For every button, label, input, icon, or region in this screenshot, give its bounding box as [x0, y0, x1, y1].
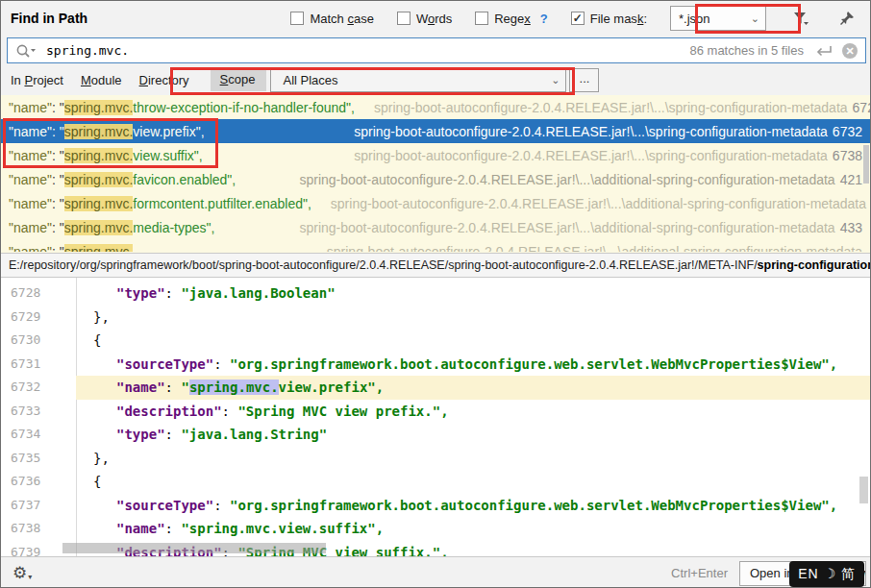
result-row[interactable]: "name": "spring.mvc.formcontent.putfilte…: [1, 191, 870, 215]
match-highlight: spring.mvc.: [64, 148, 134, 163]
chevron-down-icon: ⌄: [751, 12, 759, 25]
line-number: 6739: [11, 541, 66, 557]
code-line: 6731 "sourceType": "org.springframework.…: [1, 353, 870, 377]
result-row-selected[interactable]: "name": "spring.mvc.view.prefix", spring…: [1, 119, 870, 143]
file-mask-value: *.json: [679, 12, 710, 26]
result-row[interactable]: "name": "spring.mvc.throw-exception-if-n…: [1, 95, 870, 119]
result-row[interactable]: "name": "spring.mvc.view.suffix", spring…: [1, 143, 870, 167]
match-case-label: Match case: [310, 12, 373, 26]
match-highlight: spring.mvc.: [64, 196, 134, 211]
match-highlight: spring.mvc.: [64, 100, 134, 115]
chevron-down-icon: ▾: [28, 573, 32, 581]
result-line-number: 6726: [853, 100, 870, 115]
results-scrollbar[interactable]: [863, 145, 869, 184]
code-line: 6733 "description": "Spring MVC view pre…: [1, 400, 870, 424]
result-file-path: spring-boot-autoconfigure-2.0.4.RELEASE.…: [335, 124, 828, 139]
search-input[interactable]: spring.mvc. 86 matches in 5 files ✕: [7, 37, 866, 63]
dialog-title: Find in Path: [11, 11, 87, 26]
regex-label: Regex: [494, 12, 531, 26]
result-row[interactable]: "name" : "spring.mvc.media-types", sprin…: [1, 215, 870, 239]
find-in-path-dialog: Find in Path Match case Words Regex ? ✓ …: [0, 0, 871, 588]
line-number: 6737: [11, 494, 66, 518]
match-highlight: spring.mvc.: [64, 244, 134, 253]
code-line: 6735 },: [1, 447, 870, 471]
file-mask-select[interactable]: *.json ⌄: [670, 6, 766, 31]
checkbox-icon[interactable]: [475, 12, 488, 25]
search-icon[interactable]: [15, 43, 37, 59]
line-number: 6733: [11, 400, 66, 424]
result-file-path: spring-boot-autoconfigure-2.0.4.RELEASE.…: [280, 172, 834, 187]
words-checkbox[interactable]: Words: [397, 12, 452, 26]
result-file-path: spring-boot-autoconfigure-2.0.4.RELEASE.…: [308, 244, 862, 253]
preview-file-path: E:/repository/org/springframework/boot/s…: [1, 253, 870, 278]
result-row-clipped[interactable]: "name" : "spring.mvc. spring-boot-autoco…: [1, 239, 870, 252]
checkbox-icon[interactable]: [290, 12, 304, 25]
match-highlight: spring.mvc.: [189, 380, 279, 395]
horizontal-scrollbar[interactable]: [62, 543, 326, 553]
result-line-number: 421: [840, 172, 862, 187]
scope-tab-in-project[interactable]: In Project: [11, 73, 63, 87]
code-line: 6730 {: [1, 329, 870, 353]
code-line: 6734 "type": "java.lang.String": [1, 423, 870, 447]
result-line-number: 6738: [833, 148, 862, 163]
regex-checkbox[interactable]: Regex ?: [475, 12, 548, 26]
result-file-path: spring-boot-autoconfigure-2.0.4.RELEASE.…: [311, 196, 866, 211]
result-line-number: 6732: [833, 124, 862, 139]
code-line: 6737 "sourceType": "org.springframework.…: [1, 494, 870, 518]
result-file-path: spring-boot-autoconfigure-2.0.4.RELEASE.…: [280, 220, 834, 235]
scope-value: All Places: [283, 73, 337, 87]
checkbox-checked-icon[interactable]: ✓: [571, 12, 585, 25]
search-options: Match case Words Regex ? ✓ File mask: *.…: [290, 1, 859, 36]
line-number: 6729: [11, 306, 66, 330]
code-line: 6728 "type": "java.lang.Boolean": [1, 282, 870, 306]
line-number: 6738: [11, 517, 66, 541]
code-line: 6736 {: [1, 470, 870, 494]
line-number: 6732: [11, 376, 66, 400]
filter-icon: [793, 12, 809, 26]
scope-row: In Project Module Directory Scope All Pl…: [1, 64, 870, 95]
scope-tab-scope[interactable]: Scope: [211, 68, 267, 91]
match-case-checkbox[interactable]: Match case: [290, 12, 373, 26]
filter-button[interactable]: [789, 7, 812, 30]
search-query-text: spring.mvc.: [46, 43, 129, 58]
scope-tab-module[interactable]: Module: [81, 73, 122, 87]
pin-icon: [839, 11, 855, 26]
match-highlight: spring.mvc.: [64, 220, 134, 235]
settings-button[interactable]: ⚙▾: [12, 563, 32, 583]
regex-help-link[interactable]: ?: [540, 12, 548, 26]
match-highlight: spring.mvc.: [64, 172, 134, 187]
clear-search-button[interactable]: ✕: [842, 43, 858, 59]
pin-button[interactable]: [835, 7, 859, 30]
line-number: 6730: [11, 329, 66, 353]
code-line: 6729 },: [1, 306, 870, 330]
shortcut-hint: Ctrl+Enter: [671, 566, 728, 580]
line-number: 6736: [11, 470, 66, 494]
vertical-scrollbar[interactable]: [859, 477, 868, 503]
enter-icon: [815, 45, 833, 57]
result-file-path: spring-boot-autoconfigure-2.0.4.RELEASE.…: [355, 100, 848, 115]
chevron-down-icon: ⌄: [551, 74, 560, 86]
words-label: Words: [416, 12, 452, 26]
dialog-footer: ⚙▾ Ctrl+Enter Open in Find Window: [1, 556, 870, 588]
line-number: 6731: [11, 353, 66, 377]
file-mask-label: File mask:: [590, 12, 647, 26]
results-list: "name": "spring.mvc.throw-exception-if-n…: [1, 95, 870, 253]
code-preview[interactable]: 6728 "type": "java.lang.Boolean" 6729 },…: [1, 278, 870, 556]
result-line-number: 433: [840, 220, 862, 235]
code-line-highlighted: 6732 "name": "spring.mvc.view.prefix",: [1, 376, 870, 400]
ime-indicator-badge: EN ☽ 简: [789, 561, 864, 587]
scope-tab-directory[interactable]: Directory: [139, 73, 189, 87]
match-highlight: spring.mvc.: [64, 124, 134, 139]
line-number: 6734: [11, 423, 66, 447]
scope-more-button[interactable]: ...: [569, 68, 599, 92]
checkbox-icon[interactable]: [397, 12, 411, 25]
line-number: 6728: [11, 282, 66, 306]
gear-icon: ⚙: [12, 563, 27, 583]
file-mask-checkbox[interactable]: ✓ File mask:: [571, 12, 647, 26]
code-line: 6738 "name": "spring.mvc.view.suffix",: [1, 517, 870, 541]
line-number: 6735: [11, 447, 66, 471]
search-result-summary: 86 matches in 5 files: [689, 43, 804, 58]
scope-select[interactable]: All Places ⌄: [270, 68, 566, 92]
dialog-header: Find in Path Match case Words Regex ? ✓ …: [1, 1, 870, 36]
result-row[interactable]: "name": "spring.mvc.favicon.enabled", sp…: [1, 167, 870, 191]
